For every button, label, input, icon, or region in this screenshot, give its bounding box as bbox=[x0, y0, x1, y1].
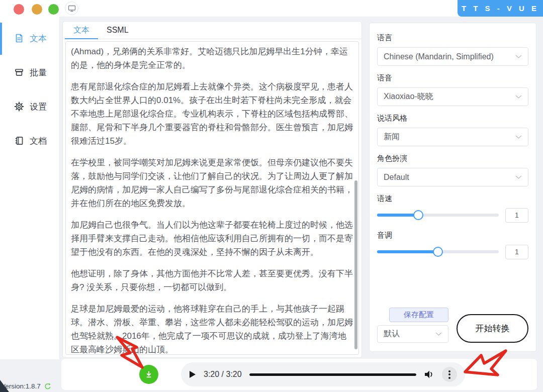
kebab-menu-icon bbox=[448, 370, 450, 379]
volume-icon bbox=[424, 369, 434, 379]
speed-slider-handle[interactable] bbox=[413, 210, 423, 220]
download-icon bbox=[144, 370, 153, 379]
scrollbar-thumb[interactable] bbox=[354, 180, 357, 349]
config-column: 保存配置 默认 bbox=[377, 308, 448, 343]
save-config-button[interactable]: 保存配置 bbox=[389, 308, 448, 322]
speak-style-select-value: 新闻 bbox=[384, 132, 400, 142]
traffic-light-close-button[interactable] bbox=[14, 4, 24, 15]
voice-select[interactable]: Xiaoxiao-晓晓 bbox=[377, 87, 528, 106]
notebook-icon bbox=[14, 136, 24, 146]
pitch-slider-row: 1 bbox=[377, 243, 528, 260]
sidebar-item-label: 批量 bbox=[30, 67, 47, 78]
paragraph: 患有尾部退化综合症的加尼姆看上去就像个异类。这个病极度罕见，患者人数大约占全世界… bbox=[71, 80, 353, 148]
refresh-icon bbox=[44, 383, 51, 390]
gear-icon bbox=[14, 102, 24, 112]
version-text: Version:1.8.7 bbox=[1, 382, 41, 390]
title-bar: T T S - V U E bbox=[0, 0, 543, 17]
role-play-label: 角色扮演 bbox=[377, 154, 528, 163]
paragraph: 足球是加尼姆最爱的运动，他将球鞋穿在自己的手上，与其他孩子一起踢球。潜水、滑板、… bbox=[71, 302, 353, 355]
paragraph: 加尼姆自己也很争气。当人们以为他这辈子都要在轮椅上度过的时候，他选择用手臂来支撑… bbox=[71, 218, 353, 259]
speed-value-input[interactable]: 1 bbox=[505, 208, 528, 223]
version-info: Version:1.8.7 bbox=[1, 382, 51, 390]
document-icon bbox=[14, 33, 24, 43]
role-play-select-value: Default bbox=[384, 173, 409, 182]
play-icon bbox=[189, 370, 196, 378]
settings-panel: 语言 Chinese (Mandarin, Simplified) 语音 Xia… bbox=[369, 23, 536, 352]
sidebar-item-label: 文本 bbox=[30, 33, 47, 44]
editor-tabbar: 文本 SSML bbox=[63, 22, 361, 39]
sidebar-item-label: 文档 bbox=[30, 135, 47, 147]
traffic-light-minimize-button[interactable] bbox=[32, 4, 42, 15]
pitch-slider-fill bbox=[377, 250, 438, 253]
tab-ssml-label: SSML bbox=[107, 26, 129, 34]
sidebar: 文本 批量 设置 bbox=[0, 17, 60, 359]
speak-style-label: 说话风格 bbox=[377, 114, 528, 123]
speak-style-select[interactable]: 新闻 bbox=[377, 128, 528, 146]
pitch-slider-handle[interactable] bbox=[433, 247, 443, 257]
speed-slider-track[interactable] bbox=[377, 214, 499, 217]
paragraph: (Ahmad)，兄弟俩的关系非常好。艾哈迈德只比加尼姆早出生1分钟，幸运的是，他… bbox=[71, 45, 353, 72]
monitor-icon bbox=[68, 5, 76, 12]
text-input-area[interactable]: (Ahmad)，兄弟俩的关系非常好。艾哈迈德只比加尼姆早出生1分钟，幸运的是，他… bbox=[65, 41, 359, 355]
chevron-down-icon bbox=[515, 175, 522, 179]
monitor-button[interactable] bbox=[65, 2, 78, 15]
playback-time: 3:20 / 3:20 bbox=[204, 370, 242, 379]
volume-button[interactable] bbox=[424, 369, 434, 379]
editor-panel: 文本 SSML (Ahmad)，兄弟俩的关系非常好。艾哈迈德只比加尼姆早出生1分… bbox=[62, 21, 362, 358]
app-logo: T T S - V U E bbox=[458, 0, 543, 17]
speed-slider-row: 1 bbox=[377, 207, 528, 224]
pitch-slider-track[interactable] bbox=[377, 250, 499, 253]
language-select-value: Chinese (Mandarin, Simplified) bbox=[384, 52, 494, 61]
seek-bar[interactable] bbox=[249, 373, 416, 376]
tab-text-label: 文本 bbox=[73, 26, 89, 34]
sidebar-item-text[interactable]: 文本 bbox=[0, 22, 59, 55]
traffic-light-zoom-button[interactable] bbox=[48, 4, 59, 15]
language-select[interactable]: Chinese (Mandarin, Simplified) bbox=[377, 47, 528, 66]
preset-select-value: 默认 bbox=[384, 329, 400, 339]
chevron-down-icon bbox=[515, 55, 522, 59]
paragraph: 他想证明，除了身体，其他方面他并不比常人差，甚至要更优秀。没有下半身? 没关系，… bbox=[71, 267, 353, 294]
sidebar-item-docs[interactable]: 文档 bbox=[0, 124, 59, 157]
play-button[interactable] bbox=[189, 370, 196, 378]
player-bar: 3:20 / 3:20 bbox=[61, 359, 537, 390]
chevron-down-icon bbox=[435, 332, 442, 336]
seek-bar-fill bbox=[249, 373, 416, 376]
tab-ssml[interactable]: SSML bbox=[98, 22, 137, 39]
start-convert-button[interactable]: 开始转换 bbox=[457, 314, 528, 343]
tab-text[interactable]: 文本 bbox=[65, 22, 98, 39]
batch-box-icon bbox=[14, 67, 24, 77]
more-options-button[interactable] bbox=[442, 367, 457, 382]
role-play-select[interactable]: Default bbox=[377, 168, 528, 186]
voice-select-value: Xiaoxiao-晓晓 bbox=[384, 91, 433, 102]
download-button[interactable] bbox=[139, 365, 158, 384]
preset-select[interactable]: 默认 bbox=[377, 325, 448, 343]
speed-label: 语速 bbox=[377, 194, 528, 204]
voice-label: 语音 bbox=[377, 73, 528, 83]
audio-player: 3:20 / 3:20 bbox=[181, 362, 465, 386]
chevron-down-icon bbox=[515, 135, 522, 139]
settings-bottom-controls: 保存配置 默认 开始转换 bbox=[377, 308, 528, 343]
sidebar-item-settings[interactable]: 设置 bbox=[0, 90, 59, 123]
check-update-button[interactable] bbox=[44, 383, 51, 390]
language-label: 语言 bbox=[377, 33, 528, 43]
pitch-value-input[interactable]: 1 bbox=[505, 245, 528, 259]
pitch-label: 音调 bbox=[377, 231, 528, 240]
paragraph: 在学校里，被同学嘲笑对加尼姆来说更是家常便饭。但母亲仍建议他不要失落，鼓励他与同… bbox=[71, 156, 353, 210]
app-window: T T S - V U E 文本 批量 bbox=[0, 0, 543, 392]
sidebar-item-label: 设置 bbox=[30, 101, 47, 113]
sidebar-item-batch[interactable]: 批量 bbox=[0, 56, 59, 89]
chevron-down-icon bbox=[515, 95, 522, 99]
speed-slider-fill bbox=[377, 214, 418, 217]
